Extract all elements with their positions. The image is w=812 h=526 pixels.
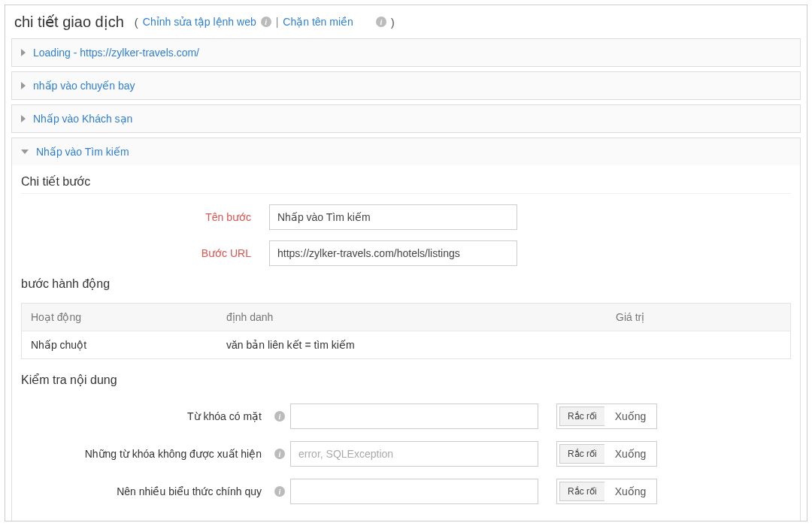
chevron-right-icon — [21, 49, 26, 56]
content-check-section: Kiểm tra nội dung Từ khóa có mặt i Rắc r… — [21, 373, 791, 504]
col-activity-cell: Nhấp chuột — [31, 339, 226, 351]
step-name-label: Tên bước — [21, 211, 269, 223]
step-detail-heading: Chi tiết bước — [21, 174, 791, 194]
step-url-row: Bước URL — [21, 240, 791, 266]
keyword-absent-input[interactable] — [290, 441, 538, 467]
step-url-input[interactable] — [269, 240, 517, 266]
keyword-present-row: Từ khóa có mặt i Rắc rối Xuống — [21, 404, 791, 429]
step-title: Nhấp vào Tìm kiếm — [36, 146, 129, 158]
step-name-input[interactable] — [269, 204, 517, 230]
down-button[interactable]: Xuống — [604, 479, 657, 503]
severity-group: Rắc rối Xuống — [556, 441, 657, 467]
step-url-label: Bước URL — [21, 247, 269, 259]
chevron-down-icon — [21, 150, 29, 154]
chevron-right-icon — [21, 82, 26, 89]
keyword-absent-row: Những từ khóa không được xuất hiện i Rắc… — [21, 441, 791, 467]
step-item[interactable]: nhấp vào chuyến bay — [11, 71, 801, 100]
col-ident-cell: văn bản liên kết = tìm kiếm — [226, 339, 616, 351]
trouble-button[interactable]: Rắc rối — [559, 444, 604, 464]
step-body: Chi tiết bước Tên bước Bước URL bước hàn… — [12, 165, 800, 521]
action-table-header: Hoạt động định danh Giá trị — [22, 304, 790, 331]
action-table: Hoạt động định danh Giá trị Nhấp chuột v… — [21, 303, 791, 359]
chevron-right-icon — [21, 115, 26, 122]
info-icon[interactable]: i — [376, 17, 386, 27]
regex-label: Nên nhiều biểu thức chính quy — [21, 485, 269, 497]
info-icon[interactable]: i — [274, 449, 285, 459]
info-icon[interactable]: i — [274, 411, 285, 422]
col-activity-header: Hoạt động — [31, 311, 226, 323]
down-button[interactable]: Xuống — [604, 442, 657, 466]
step-header[interactable]: Nhấp vào Tìm kiếm — [12, 138, 800, 165]
regex-row: Nên nhiều biểu thức chính quy i Rắc rối … — [21, 479, 791, 504]
regex-input[interactable] — [290, 479, 538, 504]
transaction-detail-frame: chi tiết giao dịch ( Chỉnh sửa tập lệnh … — [5, 5, 807, 521]
action-table-row: Nhấp chuột văn bản liên kết = tìm kiếm — [22, 331, 790, 358]
col-value-cell — [616, 339, 781, 351]
content-check-heading: Kiểm tra nội dung — [21, 373, 791, 391]
block-domain-link[interactable]: Chặn tên miền — [283, 16, 353, 28]
keyword-present-label: Từ khóa có mặt — [21, 410, 269, 422]
page-title: chi tiết giao dịch — [14, 13, 124, 31]
step-item[interactable]: Loading - https://zylker-travels.com/ — [11, 38, 801, 67]
info-icon[interactable]: i — [261, 17, 271, 27]
trouble-button[interactable]: Rắc rối — [559, 482, 604, 501]
step-item[interactable]: Nhấp vào Khách sạn — [11, 104, 801, 133]
keyword-present-input[interactable] — [290, 404, 538, 429]
header-links: ( Chỉnh sửa tập lệnh web i | Chặn tên mi… — [135, 16, 395, 29]
step-title: Loading - https://zylker-travels.com/ — [33, 47, 199, 59]
step-actions-heading: bước hành động — [21, 277, 791, 295]
step-item-expanded: Nhấp vào Tìm kiếm Chi tiết bước Tên bước… — [11, 138, 801, 521]
down-button[interactable]: Xuống — [604, 404, 657, 428]
header: chi tiết giao dịch ( Chỉnh sửa tập lệnh … — [11, 13, 801, 38]
trouble-button[interactable]: Rắc rối — [559, 407, 604, 426]
col-value-header: Giá trị — [616, 311, 781, 323]
severity-group: Rắc rối Xuống — [556, 479, 657, 504]
step-title: Nhấp vào Khách sạn — [33, 113, 132, 125]
info-icon[interactable]: i — [274, 486, 285, 497]
step-name-row: Tên bước — [21, 204, 791, 230]
severity-group: Rắc rối Xuống — [556, 404, 657, 429]
keyword-absent-label: Những từ khóa không được xuất hiện — [21, 448, 269, 460]
edit-webscript-link[interactable]: Chỉnh sửa tập lệnh web — [143, 16, 256, 28]
step-title: nhấp vào chuyến bay — [33, 80, 135, 92]
col-ident-header: định danh — [226, 311, 616, 323]
